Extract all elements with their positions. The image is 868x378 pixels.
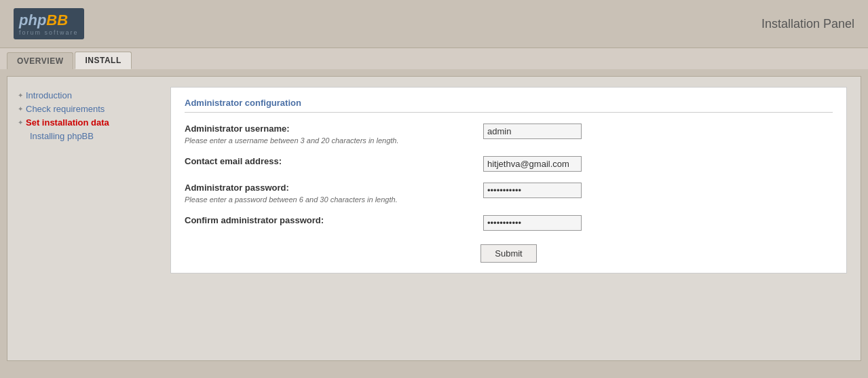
form-row-admin-password: Administrator password: Please enter a p… — [185, 183, 833, 204]
section-title: Administrator configuration — [185, 98, 833, 113]
header: phpBB forum software Installation Panel — [0, 0, 868, 48]
bullet-introduction: ✦ — [18, 92, 23, 99]
form-input-col-admin-username — [483, 124, 833, 139]
form-input-col-admin-password — [483, 183, 833, 198]
tab-install[interactable]: INSTALL — [75, 52, 131, 69]
content-area: Administrator configuration Administrato… — [164, 83, 854, 354]
panel-title: Installation Panel — [761, 17, 854, 31]
form-label-col-admin-password: Administrator password: Please enter a p… — [185, 183, 483, 204]
sidebar: ✦ Introduction ✦ Check requirements ✦ Se… — [14, 83, 164, 354]
form-row-contact-email: Contact email address: — [185, 156, 833, 172]
hint-admin-username: Please enter a username between 3 and 20… — [185, 136, 399, 145]
label-admin-username: Administrator username: — [185, 124, 483, 134]
phpbb-logo: phpBB forum software — [14, 8, 84, 39]
submit-area: Submit — [185, 244, 833, 263]
sidebar-item-check-requirements[interactable]: ✦ Check requirements — [18, 104, 160, 114]
logo-bb: BB — [46, 12, 68, 29]
logo-subtitle: forum software — [19, 29, 79, 36]
label-contact-email: Contact email address: — [185, 156, 483, 166]
sidebar-item-installing-phpbb[interactable]: Installing phpBB — [18, 131, 160, 141]
logo-php: php — [19, 12, 46, 29]
tab-overview[interactable]: OVERVIEW — [7, 52, 73, 69]
label-admin-password: Administrator password: — [185, 183, 483, 193]
form-row-admin-username: Administrator username: Please enter a u… — [185, 124, 833, 145]
confirm-password-input[interactable] — [483, 215, 582, 231]
form-panel: Administrator configuration Administrato… — [170, 87, 847, 273]
bullet-check-requirements: ✦ — [18, 105, 23, 113]
sidebar-link-introduction[interactable]: Introduction — [26, 90, 72, 100]
form-label-col-contact-email: Contact email address: — [185, 156, 483, 168]
form-row-confirm-password: Confirm administrator password: — [185, 215, 833, 231]
logo: phpBB forum software — [14, 8, 84, 39]
form-input-col-contact-email — [483, 156, 833, 172]
admin-username-input[interactable] — [483, 124, 582, 139]
sidebar-link-check-requirements[interactable]: Check requirements — [26, 104, 105, 114]
label-confirm-password: Confirm administrator password: — [185, 215, 483, 225]
tabs: OVERVIEW INSTALL — [0, 48, 868, 69]
sidebar-label-set-installation-data: Set installation data — [26, 117, 109, 128]
bullet-set-installation-data: ✦ — [18, 119, 23, 126]
contact-email-input[interactable] — [483, 156, 582, 172]
sidebar-item-set-installation-data[interactable]: ✦ Set installation data — [18, 117, 160, 128]
form-label-col-admin-username: Administrator username: Please enter a u… — [185, 124, 483, 145]
sidebar-item-introduction[interactable]: ✦ Introduction — [18, 90, 160, 100]
main-content: ✦ Introduction ✦ Check requirements ✦ Se… — [7, 76, 861, 361]
form-input-col-confirm-password — [483, 215, 833, 231]
admin-password-input[interactable] — [483, 183, 582, 198]
submit-button[interactable]: Submit — [480, 244, 536, 263]
hint-admin-password: Please enter a password between 6 and 30… — [185, 195, 398, 204]
form-label-col-confirm-password: Confirm administrator password: — [185, 215, 483, 227]
